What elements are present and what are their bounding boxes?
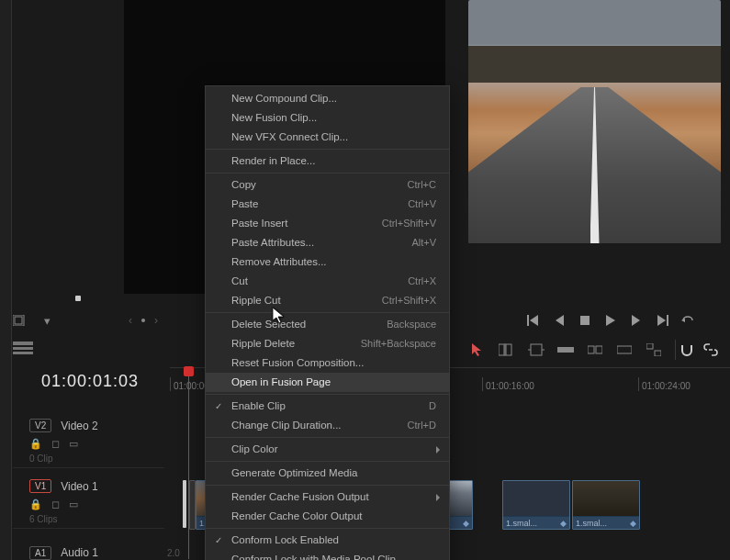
menu-render-cache-fusion[interactable]: Render Cache Fusion Output bbox=[206, 487, 449, 507]
lock-icon[interactable]: 🔒 bbox=[29, 498, 42, 510]
menu-ripple-delete[interactable]: Ripple DeleteShift+Backspace bbox=[206, 334, 449, 353]
menu-copy[interactable]: CopyCtrl+C bbox=[206, 175, 449, 195]
clip-label: 1.smal... bbox=[576, 519, 607, 528]
replace-tool-icon[interactable] bbox=[645, 342, 663, 357]
svg-marker-14 bbox=[472, 343, 481, 356]
audio-channels: 2.0 bbox=[167, 548, 180, 558]
svg-rect-24 bbox=[617, 346, 632, 353]
menu-paste[interactable]: PasteCtrl+V bbox=[206, 195, 449, 214]
svg-rect-2 bbox=[527, 315, 529, 326]
svg-rect-26 bbox=[655, 351, 661, 356]
svg-rect-16 bbox=[506, 344, 511, 355]
view-mode-icon[interactable] bbox=[13, 314, 29, 327]
menu-conform-lock-media-pool[interactable]: Conform Lock with Media Pool Clip bbox=[206, 550, 449, 560]
chevron-down-icon[interactable]: ▾ bbox=[39, 314, 55, 327]
left-panel-edge bbox=[0, 0, 12, 560]
clip-count: 0 Clip bbox=[29, 454, 164, 464]
selection-tool-icon[interactable] bbox=[468, 342, 487, 357]
svg-rect-15 bbox=[499, 344, 504, 355]
toolbar-separator bbox=[675, 340, 676, 360]
menu-paste-insert[interactable]: Paste InsertCtrl+Shift+V bbox=[206, 214, 449, 233]
track-badge[interactable]: A1 bbox=[29, 546, 51, 560]
track-badge[interactable]: V2 bbox=[29, 419, 51, 432]
svg-rect-25 bbox=[646, 343, 653, 349]
track-name: Video 2 bbox=[61, 420, 97, 432]
dynamic-trim-icon[interactable] bbox=[527, 342, 545, 357]
next-icon[interactable]: › bbox=[154, 314, 158, 327]
last-frame-button[interactable] bbox=[655, 313, 669, 328]
dot-icon bbox=[141, 319, 145, 322]
menu-new-fusion-clip[interactable]: New Fusion Clip... bbox=[206, 108, 449, 128]
svg-rect-21 bbox=[557, 347, 574, 353]
menu-conform-lock-enabled[interactable]: Conform Lock Enabled bbox=[206, 531, 449, 550]
program-viewer bbox=[468, 0, 725, 248]
svg-rect-13 bbox=[13, 352, 33, 354]
first-frame-button[interactable] bbox=[526, 313, 541, 328]
svg-rect-22 bbox=[588, 346, 594, 353]
insert-tool-icon[interactable] bbox=[586, 342, 604, 357]
loop-button[interactable] bbox=[680, 313, 695, 328]
track-toggle-icon[interactable]: ◻ bbox=[51, 498, 60, 510]
stop-button[interactable] bbox=[578, 313, 592, 328]
svg-marker-3 bbox=[530, 315, 538, 326]
clip-context-menu: New Compound Clip... New Fusion Clip... … bbox=[205, 85, 450, 560]
next-frame-button[interactable] bbox=[629, 313, 644, 328]
track-toggle-icon[interactable]: ▭ bbox=[69, 438, 78, 450]
track-header-a1[interactable]: A1 Audio 1 2.0 bbox=[29, 542, 176, 560]
menu-render-in-place[interactable]: Render in Place... bbox=[206, 151, 449, 171]
trim-tool-icon[interactable] bbox=[498, 342, 516, 357]
viewer-frame bbox=[468, 0, 721, 243]
menu-cut[interactable]: CutCtrl+X bbox=[206, 272, 449, 291]
svg-rect-18 bbox=[531, 344, 542, 355]
timeline-timecode[interactable]: 01:00:01:03 bbox=[41, 372, 139, 391]
timeline-options-icon[interactable] bbox=[13, 342, 40, 358]
menu-new-compound-clip[interactable]: New Compound Clip... bbox=[206, 89, 449, 108]
svg-rect-11 bbox=[13, 342, 33, 345]
svg-rect-9 bbox=[667, 315, 668, 326]
prev-frame-button[interactable] bbox=[552, 313, 567, 328]
svg-marker-6 bbox=[606, 315, 615, 326]
clip-label: 1.smal... bbox=[506, 519, 537, 528]
overwrite-tool-icon[interactable] bbox=[615, 342, 634, 357]
magnet-icon[interactable] bbox=[679, 343, 694, 356]
menu-open-in-fusion-page[interactable]: Open in Fusion Page bbox=[206, 373, 449, 392]
menu-enable-clip[interactable]: Enable ClipD bbox=[206, 397, 449, 416]
svg-marker-4 bbox=[556, 315, 564, 326]
link-icon[interactable] bbox=[703, 343, 718, 356]
svg-marker-8 bbox=[657, 315, 666, 326]
track-toggle-icon[interactable]: ▭ bbox=[69, 498, 78, 510]
timeline-clip[interactable]: 1.smal...◆ bbox=[502, 480, 570, 530]
ruler-tick: 01:00:16:00 bbox=[482, 377, 534, 391]
track-badge[interactable]: V1 bbox=[29, 479, 51, 493]
menu-ripple-cut[interactable]: Ripple CutCtrl+Shift+X bbox=[206, 291, 449, 310]
blade-tool-icon[interactable] bbox=[556, 342, 575, 357]
track-toggle-icon[interactable]: ◻ bbox=[51, 438, 60, 450]
svg-rect-5 bbox=[580, 316, 590, 325]
track-name: Video 1 bbox=[61, 480, 97, 493]
menu-render-cache-color[interactable]: Render Cache Color Output bbox=[206, 507, 449, 526]
menu-clip-color[interactable]: Clip Color bbox=[206, 440, 449, 459]
menu-change-clip-duration[interactable]: Change Clip Duration...Ctrl+D bbox=[206, 416, 449, 435]
track-header-v2[interactable]: V2 Video 2 🔒 ◻ ▭ 0 Clip bbox=[13, 413, 164, 468]
lock-icon[interactable]: 🔒 bbox=[29, 438, 42, 450]
timeline-clip[interactable]: 1.smal...◆ bbox=[572, 480, 640, 530]
menu-remove-attributes[interactable]: Remove Attributes... bbox=[206, 252, 449, 272]
svg-rect-1 bbox=[15, 317, 22, 324]
prev-icon[interactable]: ‹ bbox=[129, 314, 132, 327]
track-name: Audio 1 bbox=[61, 546, 98, 559]
play-button[interactable] bbox=[603, 313, 618, 328]
ruler-tick: 01:00:24:00 bbox=[638, 377, 691, 391]
clip-count: 6 Clips bbox=[29, 514, 164, 524]
link-tools bbox=[679, 342, 725, 358]
menu-generate-optimized-media[interactable]: Generate Optimized Media bbox=[206, 464, 449, 483]
svg-rect-12 bbox=[13, 347, 33, 350]
menu-new-vfx-connect[interactable]: New VFX Connect Clip... bbox=[206, 128, 449, 147]
scrub-marker[interactable] bbox=[75, 296, 81, 301]
playback-controls bbox=[510, 312, 712, 329]
menu-reset-fusion-composition[interactable]: Reset Fusion Composition... bbox=[206, 353, 449, 373]
menu-delete-selected[interactable]: Delete SelectedBackspace bbox=[206, 315, 449, 334]
menu-paste-attributes[interactable]: Paste Attributes...Alt+V bbox=[206, 233, 449, 252]
viewer-toolbar: ▾ ‹ › bbox=[13, 312, 160, 329]
svg-marker-7 bbox=[632, 315, 640, 326]
track-header-v1[interactable]: V1 Video 1 🔒 ◻ ▭ 6 Clips bbox=[13, 474, 164, 529]
